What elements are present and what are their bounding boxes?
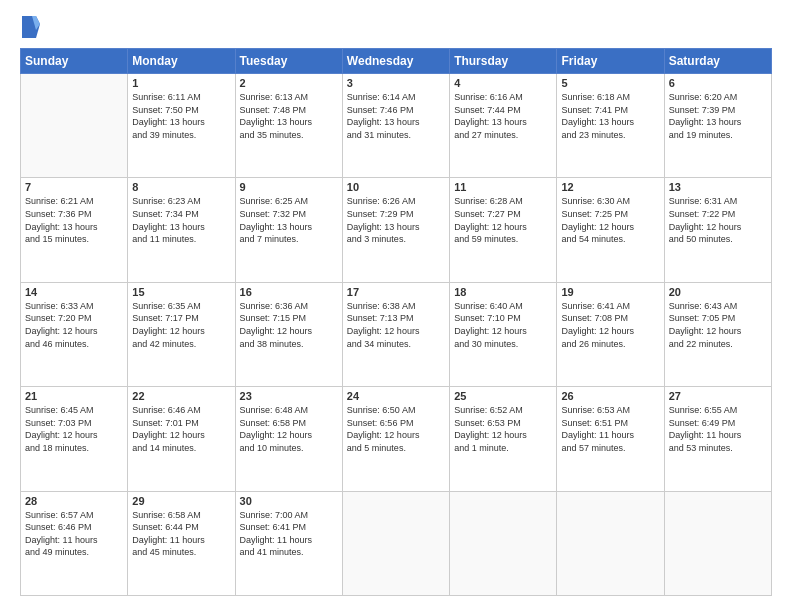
day-info: Sunrise: 6:36 AMSunset: 7:15 PMDaylight:…	[240, 300, 338, 350]
day-info: Sunrise: 6:46 AMSunset: 7:01 PMDaylight:…	[132, 404, 230, 454]
day-info: Sunrise: 6:41 AMSunset: 7:08 PMDaylight:…	[561, 300, 659, 350]
day-number: 18	[454, 286, 552, 298]
calendar-cell: 20Sunrise: 6:43 AMSunset: 7:05 PMDayligh…	[664, 282, 771, 386]
calendar-cell: 26Sunrise: 6:53 AMSunset: 6:51 PMDayligh…	[557, 387, 664, 491]
day-info: Sunrise: 6:43 AMSunset: 7:05 PMDaylight:…	[669, 300, 767, 350]
day-number: 10	[347, 181, 445, 193]
day-info: Sunrise: 6:58 AMSunset: 6:44 PMDaylight:…	[132, 509, 230, 559]
day-info: Sunrise: 6:35 AMSunset: 7:17 PMDaylight:…	[132, 300, 230, 350]
day-number: 27	[669, 390, 767, 402]
calendar-cell: 7Sunrise: 6:21 AMSunset: 7:36 PMDaylight…	[21, 178, 128, 282]
calendar-table: SundayMondayTuesdayWednesdayThursdayFrid…	[20, 48, 772, 596]
calendar-cell: 10Sunrise: 6:26 AMSunset: 7:29 PMDayligh…	[342, 178, 449, 282]
calendar-cell: 12Sunrise: 6:30 AMSunset: 7:25 PMDayligh…	[557, 178, 664, 282]
calendar-cell: 16Sunrise: 6:36 AMSunset: 7:15 PMDayligh…	[235, 282, 342, 386]
calendar-cell: 24Sunrise: 6:50 AMSunset: 6:56 PMDayligh…	[342, 387, 449, 491]
day-info: Sunrise: 6:21 AMSunset: 7:36 PMDaylight:…	[25, 195, 123, 245]
day-number: 22	[132, 390, 230, 402]
logo-icon	[22, 16, 40, 38]
weekday-header: Friday	[557, 49, 664, 74]
calendar-cell: 11Sunrise: 6:28 AMSunset: 7:27 PMDayligh…	[450, 178, 557, 282]
day-number: 5	[561, 77, 659, 89]
calendar-cell: 22Sunrise: 6:46 AMSunset: 7:01 PMDayligh…	[128, 387, 235, 491]
calendar-cell: 18Sunrise: 6:40 AMSunset: 7:10 PMDayligh…	[450, 282, 557, 386]
day-info: Sunrise: 6:31 AMSunset: 7:22 PMDaylight:…	[669, 195, 767, 245]
day-number: 8	[132, 181, 230, 193]
day-number: 3	[347, 77, 445, 89]
calendar-cell: 25Sunrise: 6:52 AMSunset: 6:53 PMDayligh…	[450, 387, 557, 491]
calendar-cell: 6Sunrise: 6:20 AMSunset: 7:39 PMDaylight…	[664, 74, 771, 178]
day-number: 23	[240, 390, 338, 402]
calendar-week-row: 1Sunrise: 6:11 AMSunset: 7:50 PMDaylight…	[21, 74, 772, 178]
day-number: 14	[25, 286, 123, 298]
day-number: 25	[454, 390, 552, 402]
day-number: 9	[240, 181, 338, 193]
day-info: Sunrise: 6:38 AMSunset: 7:13 PMDaylight:…	[347, 300, 445, 350]
day-info: Sunrise: 6:45 AMSunset: 7:03 PMDaylight:…	[25, 404, 123, 454]
day-number: 21	[25, 390, 123, 402]
calendar-cell: 28Sunrise: 6:57 AMSunset: 6:46 PMDayligh…	[21, 491, 128, 595]
day-number: 11	[454, 181, 552, 193]
calendar-week-row: 14Sunrise: 6:33 AMSunset: 7:20 PMDayligh…	[21, 282, 772, 386]
day-info: Sunrise: 6:23 AMSunset: 7:34 PMDaylight:…	[132, 195, 230, 245]
day-info: Sunrise: 6:57 AMSunset: 6:46 PMDaylight:…	[25, 509, 123, 559]
weekday-header: Saturday	[664, 49, 771, 74]
calendar-cell: 3Sunrise: 6:14 AMSunset: 7:46 PMDaylight…	[342, 74, 449, 178]
calendar-week-row: 21Sunrise: 6:45 AMSunset: 7:03 PMDayligh…	[21, 387, 772, 491]
day-number: 13	[669, 181, 767, 193]
calendar-cell: 14Sunrise: 6:33 AMSunset: 7:20 PMDayligh…	[21, 282, 128, 386]
weekday-header: Thursday	[450, 49, 557, 74]
day-number: 7	[25, 181, 123, 193]
calendar-week-row: 7Sunrise: 6:21 AMSunset: 7:36 PMDaylight…	[21, 178, 772, 282]
calendar-cell: 13Sunrise: 6:31 AMSunset: 7:22 PMDayligh…	[664, 178, 771, 282]
calendar-cell	[450, 491, 557, 595]
calendar-cell: 17Sunrise: 6:38 AMSunset: 7:13 PMDayligh…	[342, 282, 449, 386]
day-number: 17	[347, 286, 445, 298]
calendar-week-row: 28Sunrise: 6:57 AMSunset: 6:46 PMDayligh…	[21, 491, 772, 595]
day-info: Sunrise: 6:52 AMSunset: 6:53 PMDaylight:…	[454, 404, 552, 454]
day-number: 24	[347, 390, 445, 402]
day-number: 15	[132, 286, 230, 298]
day-number: 16	[240, 286, 338, 298]
day-info: Sunrise: 6:14 AMSunset: 7:46 PMDaylight:…	[347, 91, 445, 141]
day-number: 30	[240, 495, 338, 507]
day-info: Sunrise: 6:16 AMSunset: 7:44 PMDaylight:…	[454, 91, 552, 141]
header	[20, 16, 772, 38]
calendar-cell: 29Sunrise: 6:58 AMSunset: 6:44 PMDayligh…	[128, 491, 235, 595]
day-info: Sunrise: 6:53 AMSunset: 6:51 PMDaylight:…	[561, 404, 659, 454]
calendar-cell	[557, 491, 664, 595]
calendar-cell: 15Sunrise: 6:35 AMSunset: 7:17 PMDayligh…	[128, 282, 235, 386]
day-number: 6	[669, 77, 767, 89]
day-info: Sunrise: 6:33 AMSunset: 7:20 PMDaylight:…	[25, 300, 123, 350]
calendar-cell: 21Sunrise: 6:45 AMSunset: 7:03 PMDayligh…	[21, 387, 128, 491]
day-info: Sunrise: 6:55 AMSunset: 6:49 PMDaylight:…	[669, 404, 767, 454]
day-number: 28	[25, 495, 123, 507]
day-info: Sunrise: 6:20 AMSunset: 7:39 PMDaylight:…	[669, 91, 767, 141]
weekday-header: Sunday	[21, 49, 128, 74]
calendar-cell: 23Sunrise: 6:48 AMSunset: 6:58 PMDayligh…	[235, 387, 342, 491]
weekday-header: Wednesday	[342, 49, 449, 74]
day-info: Sunrise: 6:18 AMSunset: 7:41 PMDaylight:…	[561, 91, 659, 141]
day-number: 20	[669, 286, 767, 298]
calendar-cell: 2Sunrise: 6:13 AMSunset: 7:48 PMDaylight…	[235, 74, 342, 178]
calendar-cell: 4Sunrise: 6:16 AMSunset: 7:44 PMDaylight…	[450, 74, 557, 178]
calendar-cell: 27Sunrise: 6:55 AMSunset: 6:49 PMDayligh…	[664, 387, 771, 491]
day-info: Sunrise: 7:00 AMSunset: 6:41 PMDaylight:…	[240, 509, 338, 559]
calendar-cell	[664, 491, 771, 595]
day-number: 19	[561, 286, 659, 298]
day-info: Sunrise: 6:48 AMSunset: 6:58 PMDaylight:…	[240, 404, 338, 454]
day-info: Sunrise: 6:28 AMSunset: 7:27 PMDaylight:…	[454, 195, 552, 245]
weekday-header: Tuesday	[235, 49, 342, 74]
day-number: 12	[561, 181, 659, 193]
calendar-cell: 19Sunrise: 6:41 AMSunset: 7:08 PMDayligh…	[557, 282, 664, 386]
day-info: Sunrise: 6:26 AMSunset: 7:29 PMDaylight:…	[347, 195, 445, 245]
day-number: 29	[132, 495, 230, 507]
logo	[20, 16, 46, 38]
calendar-cell: 30Sunrise: 7:00 AMSunset: 6:41 PMDayligh…	[235, 491, 342, 595]
day-info: Sunrise: 6:11 AMSunset: 7:50 PMDaylight:…	[132, 91, 230, 141]
calendar-cell	[342, 491, 449, 595]
calendar-cell: 9Sunrise: 6:25 AMSunset: 7:32 PMDaylight…	[235, 178, 342, 282]
day-info: Sunrise: 6:13 AMSunset: 7:48 PMDaylight:…	[240, 91, 338, 141]
calendar-cell	[21, 74, 128, 178]
calendar-cell: 1Sunrise: 6:11 AMSunset: 7:50 PMDaylight…	[128, 74, 235, 178]
